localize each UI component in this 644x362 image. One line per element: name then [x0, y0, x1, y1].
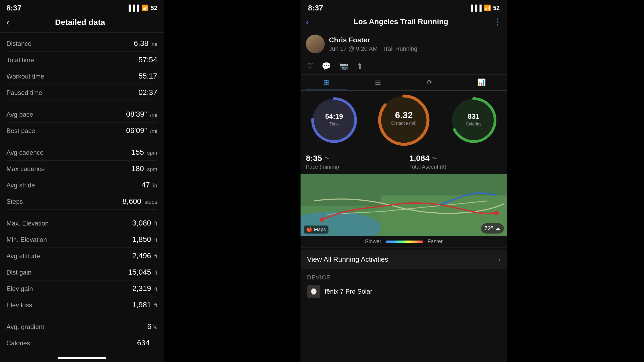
row-value: 6%	[147, 322, 157, 331]
row-label: Dist gain	[6, 269, 31, 276]
speed-gradient-bar	[386, 241, 423, 243]
maps-label: Maps	[314, 227, 326, 232]
overview-icon: ⊞	[323, 78, 329, 87]
camera-icon[interactable]: 📷	[339, 62, 349, 71]
details-icon: ☰	[375, 78, 381, 87]
map-section[interactable]: 🍎 Maps 72° ☁	[301, 174, 507, 236]
weather-icon: ☁	[495, 225, 501, 232]
circles-section: 54:19 Time 6.32 Distance (mi) 831	[301, 91, 507, 150]
svg-text:Distance (mi): Distance (mi)	[391, 121, 416, 125]
device-icon: ⌚	[307, 285, 320, 298]
table-row: Steps 8,600 steps	[6, 193, 157, 210]
share-icon[interactable]: ⬆	[357, 62, 363, 71]
table-row: Min. Elevation 1,850 ft	[6, 231, 157, 248]
device-name: fēnix 7 Pro Solar	[325, 288, 372, 295]
weather-badge: 72° ☁	[481, 223, 504, 234]
table-row: Max cadence 180 spm	[6, 161, 157, 177]
tab-details[interactable]: ☰	[352, 75, 404, 90]
like-icon[interactable]: ♡	[307, 62, 314, 71]
row-label: Calories	[6, 339, 30, 347]
status-bar-right: 8:37 ▐▐▐ 📶 52	[301, 0, 507, 14]
row-value: 8,600 steps	[122, 197, 157, 206]
phone-screen-right: 8:37 ▐▐▐ 📶 52 ‹ Los Angeles Trail Runnin…	[301, 0, 507, 362]
tab-overview[interactable]: ⊞	[301, 75, 352, 90]
row-label: Paused time	[6, 89, 42, 97]
table-row: Max. Elevation 3,080 ft	[6, 215, 157, 231]
stats-row: 8:35 〜 Pace (min/mi) 1,084 〜 Total Ascen…	[301, 150, 507, 174]
table-row: Workout time 55:17	[6, 68, 157, 84]
svg-text:Calories: Calories	[466, 122, 482, 126]
row-value: 06'09" /mi	[126, 126, 157, 135]
time-circle: 54:19 Time	[309, 95, 360, 147]
view-all-running-activities-button[interactable]: View All Running Activities ›	[301, 250, 507, 269]
route-icon: ⟳	[427, 78, 433, 87]
row-label: Avg cadence	[6, 149, 43, 156]
row-value: 08'39" /mi	[126, 110, 157, 119]
row-label: Avg stride	[6, 182, 35, 189]
user-meta: Jun 17 @ 9:20 AM · Trail Running	[329, 45, 417, 52]
svg-text:Time: Time	[330, 122, 339, 126]
map-background: 🍎 Maps 72° ☁	[301, 174, 507, 236]
row-value: 634 ...	[137, 339, 157, 347]
svg-text:831: 831	[468, 112, 479, 120]
profile-section: Chris Foster Jun 17 @ 9:20 AM · Trail Ru…	[301, 30, 507, 58]
row-value: 02:37	[138, 88, 157, 97]
table-row: Elev loss 1,981 ft	[6, 297, 157, 313]
header-title-right: Los Angeles Trail Running	[309, 17, 493, 26]
table-row: Total time 57:54	[6, 52, 157, 68]
row-label: Best pace	[6, 127, 35, 135]
table-row: Paused time 02:37	[6, 84, 157, 101]
back-button-right[interactable]: ‹	[306, 17, 309, 27]
calories-circle: 831 Calories	[448, 95, 499, 147]
chevron-right-icon: ›	[498, 255, 501, 264]
status-icons-right: ▐▐▐ 📶 52	[469, 5, 500, 12]
row-label: Min. Elevation	[6, 236, 47, 243]
distance-circle: 6.32 Distance (mi)	[376, 92, 432, 149]
row-label: Steps	[6, 198, 23, 205]
row-label: Avg altitude	[6, 252, 40, 260]
row-label: Elev loss	[6, 301, 32, 309]
legend-faster: Faster	[427, 238, 443, 245]
row-value: 47 in	[141, 181, 157, 189]
row-value: 55:17	[138, 72, 157, 80]
row-value: 3,080 ft	[132, 219, 157, 227]
action-icons: ♡ 💬 📷 ⬆	[301, 58, 507, 75]
table-row: Avg stride 47 in	[6, 177, 157, 193]
svg-text:54:19: 54:19	[325, 112, 343, 120]
comment-icon[interactable]: 💬	[322, 62, 331, 71]
charts-icon: 📊	[477, 78, 486, 87]
row-label: Workout time	[6, 73, 44, 80]
header-right: ‹ Los Angeles Trail Running ⋮	[301, 14, 507, 30]
apple-logo-icon: 🍎	[306, 227, 312, 232]
row-value: 6.38 mi	[134, 39, 157, 48]
time-right: 8:37	[308, 4, 323, 12]
row-label: Avg. gradient	[6, 323, 44, 331]
table-row: Best pace 06'09" /mi	[6, 123, 157, 139]
row-label: Max cadence	[6, 165, 45, 173]
row-value: 15,045 ft	[128, 268, 157, 276]
table-row: Avg pace 08'39" /mi	[6, 106, 157, 123]
row-value: 1,850 ft	[132, 235, 157, 244]
pace-label: Pace (min/mi)	[306, 164, 398, 170]
svg-point-16	[320, 217, 324, 222]
row-value: 180 spm	[131, 164, 157, 173]
view-all-label: View All Running Activities	[307, 255, 388, 264]
signal-icon: ▐▐▐	[127, 5, 139, 12]
row-label: Max. Elevation	[6, 220, 49, 227]
tab-route[interactable]: ⟳	[404, 75, 456, 90]
row-value: 2,496 ft	[132, 252, 157, 260]
device-row: ⌚ fēnix 7 Pro Solar	[307, 285, 501, 298]
right-panel: 8:37 ▐▐▐ 📶 52 ‹ Los Angeles Trail Runnin…	[164, 0, 644, 362]
tab-charts[interactable]: 📊	[456, 75, 507, 90]
ascent-label: Total Ascent (ft)	[409, 164, 502, 170]
status-bar-left: 8:37 ▐▐▐ 📶 52	[0, 0, 164, 14]
table-row: Distance 6.38 mi	[6, 35, 157, 52]
row-label: Elev gain	[6, 285, 33, 293]
pace-value: 8:35	[306, 154, 322, 163]
speed-legend: Slower Faster	[301, 236, 507, 248]
table-row: Avg. gradient 6%	[6, 319, 157, 335]
more-button[interactable]: ⋮	[493, 17, 502, 27]
row-label: Distance	[6, 40, 31, 47]
back-button-left[interactable]: ‹	[6, 17, 9, 27]
battery-icon-right: 52	[493, 5, 500, 12]
